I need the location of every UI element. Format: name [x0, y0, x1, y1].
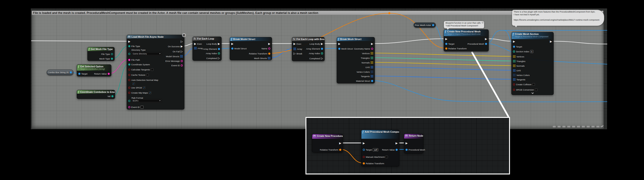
array-pin-triangles[interactable]: [513, 60, 516, 62]
pin-return-value[interactable]: [396, 149, 398, 151]
node-break-mesh-struct[interactable]: fBreak Mesh Struct▶▶Mesh StructGeometry …: [337, 37, 375, 83]
pin-pin[interactable]: [128, 100, 130, 102]
node-for-each-loop[interactable]: ↻For Each Loop▶Exec▶Loop BodyArrayArray …: [192, 37, 222, 61]
node-for-each-loop-with-break[interactable]: ↻For Each Loop with Break▶Exec▶Loop Body…: [292, 37, 325, 61]
pin-file-type[interactable]: [128, 45, 130, 47]
node-create-mesh-section[interactable]: fCreate Mesh SectionTarget is Procedural…: [511, 32, 554, 95]
exec-pin-on-success[interactable]: ▶: [181, 45, 183, 48]
pin-model-struct[interactable]: [231, 47, 234, 50]
exec-pin[interactable]: ▶: [371, 42, 373, 45]
pin-file-type[interactable]: [111, 53, 113, 55]
pin-create-collision[interactable]: [513, 83, 515, 85]
pin-target[interactable]: [445, 43, 447, 45]
exec-pin[interactable]: ▶: [513, 40, 515, 43]
pin-material-struct[interactable]: [371, 80, 373, 82]
pin-event-id[interactable]: [128, 106, 130, 108]
exec-pin-loop-body[interactable]: ▶: [218, 42, 220, 45]
pin-array-index[interactable]: [218, 52, 220, 54]
pin-target[interactable]: [363, 149, 365, 151]
pin-pin[interactable]: [128, 53, 130, 55]
bubble-pin-icon[interactable]: [482, 22, 484, 23]
pin-auto-detection-normal-map[interactable]: [128, 79, 130, 81]
array-pin-normals[interactable]: [371, 61, 373, 64]
exec-pin[interactable]: ▶: [406, 142, 408, 145]
exec-pin-loop-body[interactable]: ▶: [321, 42, 323, 45]
pin-create-mip-maps[interactable]: [128, 92, 130, 94]
textbox[interactable]: self: [373, 148, 378, 151]
exec-pin[interactable]: ▷: [181, 40, 183, 43]
array-pin-vertices[interactable]: [513, 55, 516, 58]
checkbox[interactable]: [146, 74, 149, 76]
array-pin-array[interactable]: [294, 48, 296, 50]
array-pin-tangents[interactable]: [513, 78, 516, 81]
dropdown-load-mesh-file-async-node[interactable]: Game directory: [131, 52, 162, 56]
array-pin-mesh-structs[interactable]: [268, 57, 270, 59]
array-pin-vertex-colors[interactable]: [513, 74, 516, 76]
checkbox[interactable]: ✓: [143, 86, 145, 89]
note-create-new-procedural-mesh[interactable]: Blueprint function in an actor that call…: [444, 21, 484, 29]
pin-manual-attachment[interactable]: [363, 156, 365, 158]
array-pin-model-structs[interactable]: [180, 55, 183, 58]
pin-relative-transform[interactable]: [363, 162, 365, 164]
node-inset-add-procedural-mesh-component[interactable]: fAdd Procedural Mesh Component▶▶Targetse…: [361, 130, 399, 166]
node-create-new-procedural-mesh[interactable]: fCreate New Procedural MeshTarget is Imp…: [444, 29, 489, 51]
pin-output[interactable]: [432, 24, 434, 26]
exec-pin-exec[interactable]: ▶: [194, 42, 196, 45]
pin-target[interactable]: [513, 46, 515, 48]
node-get-selected-option[interactable]: fGet Selected OptionTarget is ComboBox (…: [77, 64, 112, 76]
exec-pin[interactable]: ▶: [445, 38, 447, 40]
exec-pin[interactable]: ▶: [550, 40, 552, 43]
array-pin-uv0[interactable]: [371, 66, 373, 69]
exec-pin-completed[interactable]: ▷: [218, 57, 220, 59]
exec-pin[interactable]: ▶: [268, 42, 270, 45]
pin-relative-transform[interactable]: [339, 149, 341, 151]
pin-use-srgb[interactable]: [128, 87, 130, 89]
array-pin-triangles[interactable]: [371, 57, 373, 59]
pin-relative-transform[interactable]: [268, 53, 270, 55]
pin-procedural-mesh[interactable]: [485, 43, 487, 45]
pin-error-message[interactable]: [181, 60, 183, 62]
exec-pin-break[interactable]: ▷: [294, 52, 296, 55]
checkbox[interactable]: [151, 68, 154, 71]
pin-target[interactable]: [78, 73, 80, 75]
pin-array-element[interactable]: [321, 48, 323, 50]
dropdown-load-mesh-file-async-node[interactable]: BGRA: [131, 99, 162, 103]
pin-val[interactable]: [112, 95, 114, 97]
checkbox[interactable]: ✓: [132, 82, 135, 85]
exec-pin[interactable]: ▶: [338, 42, 340, 45]
pin-geometry-name[interactable]: [371, 48, 373, 50]
node-load-mesh-file-async-node[interactable]: Load Mesh File Async Node◷▶▷File Type▶On…: [127, 35, 184, 110]
pin-file-path[interactable]: [128, 59, 130, 61]
array-pin-tangents[interactable]: [371, 75, 373, 78]
note-create-mesh-section[interactable]: There is a free plugin with more feature…: [512, 10, 604, 26]
pin-coordinate-system[interactable]: [128, 63, 130, 66]
pin-event-id[interactable]: [181, 64, 183, 66]
array-pin-vertices[interactable]: [371, 52, 373, 55]
exec-pin[interactable]: ▶: [339, 142, 341, 145]
exec-pin-on-fail[interactable]: ▷: [181, 50, 183, 53]
pin-section-index[interactable]: [513, 50, 515, 53]
pin-procedural-mesh[interactable]: [406, 149, 408, 151]
bubble-pin-icon[interactable]: [602, 11, 603, 12]
exec-pin-completed[interactable]: ▷: [321, 57, 323, 60]
pin-name[interactable]: [268, 47, 270, 50]
pin-output[interactable]: [70, 71, 72, 73]
pin-return-value[interactable]: [108, 73, 110, 75]
array-pin-normals[interactable]: [513, 65, 516, 67]
variable-node-combo-box-string-25[interactable]: Combo Box String 25: [47, 69, 74, 75]
expand-node-chevron-icon[interactable]: [532, 92, 534, 94]
textbox[interactable]: 0: [530, 50, 533, 53]
array-pin-array[interactable]: [194, 47, 197, 50]
node-inset-create-new-procedural-mesh[interactable]: Create New Procedural Mesh▶Relative Tran…: [312, 134, 343, 152]
pin-cache-texture[interactable]: [128, 74, 130, 76]
array-pin-uv0[interactable]: [513, 69, 516, 72]
pin-array-element[interactable]: [218, 48, 220, 50]
checkbox[interactable]: [535, 88, 538, 91]
exec-pin[interactable]: ▶: [363, 142, 365, 145]
textbox[interactable]: [140, 106, 144, 109]
pin-array-index[interactable]: [321, 52, 323, 54]
checkbox[interactable]: [386, 156, 388, 158]
exec-pin-exec[interactable]: ▶: [294, 42, 296, 45]
variable-node-proc-mesh-actor[interactable]: Proc Mesh Actor: [414, 23, 436, 28]
node-coordinate-combobox-to-enum[interactable]: fCoordinate Combobox to EnumVal: [77, 90, 115, 99]
